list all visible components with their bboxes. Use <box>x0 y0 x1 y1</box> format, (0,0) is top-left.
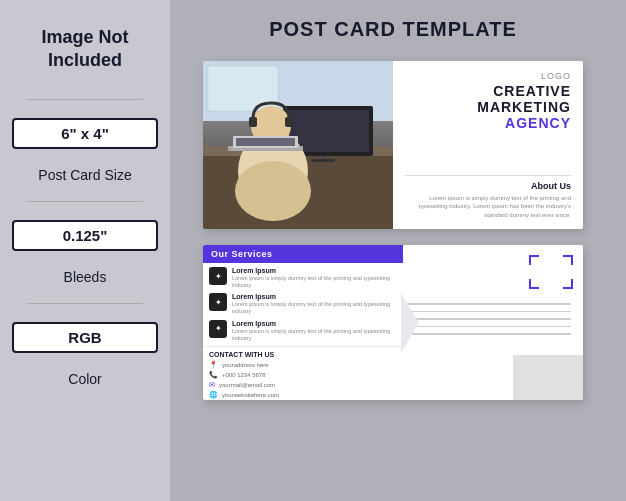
service-title-2: Lorem Ipsum <box>232 293 397 300</box>
arrow-divider <box>401 293 419 353</box>
about-title: About Us <box>405 181 571 191</box>
contact-phone-text: +000 1234 5678 <box>222 372 266 378</box>
color-desc: Color <box>68 371 101 387</box>
contact-section: CONTACT WITH US 📍 youraddress here 📞 +00… <box>203 346 403 400</box>
address-lines <box>407 303 575 335</box>
brand-marketing: MARKETING <box>477 99 571 115</box>
address-line-4 <box>407 326 571 328</box>
postcard-photo <box>203 61 393 229</box>
bleeds-value: 0.125" <box>12 220 158 251</box>
contact-website-text: yourwebsitehere.com <box>222 392 279 398</box>
web-icon: 🌐 <box>209 391 218 399</box>
service-desc-3: Lorem ipsum is simply dummy text of the … <box>232 328 397 342</box>
person-illustration <box>203 61 393 229</box>
divider-3 <box>27 303 144 304</box>
stamp-area <box>529 255 573 289</box>
svg-rect-7 <box>311 159 335 162</box>
corner-br <box>563 279 573 289</box>
list-item: ✦ Lorem Ipsum Lorem ipsum is simply dumm… <box>209 267 397 289</box>
about-text: Lorem ipsum is simply dummy text of the … <box>405 194 571 219</box>
address-line-3 <box>407 318 571 320</box>
postcard-front-right: LOGO CREATIVE MARKETING AGENCY About Us … <box>393 61 583 229</box>
service-desc-1: Lorem ipsum is simply dummy text of the … <box>232 275 397 289</box>
contact-phone: 📞 +000 1234 5678 <box>209 371 397 379</box>
list-item: ✦ Lorem Ipsum Lorem ipsum is simply dumm… <box>209 320 397 342</box>
logo-area: LOGO CREATIVE MARKETING AGENCY <box>405 71 571 131</box>
corner-bl <box>529 279 539 289</box>
logo-label: LOGO <box>541 71 571 81</box>
phone-icon: 📞 <box>209 371 218 379</box>
brand-creative: CREATIVE <box>477 83 571 99</box>
size-value: 6" x 4" <box>12 118 158 149</box>
svg-rect-11 <box>285 117 293 127</box>
services-header: Our Services <box>203 245 403 263</box>
service-icon-3: ✦ <box>209 320 227 338</box>
divider-2 <box>27 201 144 202</box>
contact-website: 🌐 yourwebsitehere.com <box>209 391 397 399</box>
service-text-2: Lorem Ipsum Lorem ipsum is simply dummy … <box>232 293 397 315</box>
contact-email-text: yourmail@email.com <box>219 382 275 388</box>
main-area: POST CARD TEMPLATE <box>170 0 626 501</box>
contact-title: CONTACT WITH US <box>209 351 397 358</box>
service-title-3: Lorem Ipsum <box>232 320 397 327</box>
svg-rect-15 <box>236 138 295 146</box>
brand-name: CREATIVE MARKETING AGENCY <box>477 83 571 131</box>
location-icon: 📍 <box>209 361 218 369</box>
service-title-1: Lorem Ipsum <box>232 267 397 274</box>
color-value: RGB <box>12 322 158 353</box>
corner-tl <box>529 255 539 265</box>
address-line-5 <box>407 333 571 335</box>
divider-1 <box>27 99 144 100</box>
address-line-2 <box>407 311 571 313</box>
service-desc-2: Lorem ipsum is simply dummy text of the … <box>232 301 397 315</box>
service-text-3: Lorem Ipsum Lorem ipsum is simply dummy … <box>232 320 397 342</box>
size-desc: Post Card Size <box>38 167 131 183</box>
svg-point-12 <box>235 161 311 221</box>
photo-inner <box>203 61 393 229</box>
service-icon-2: ✦ <box>209 293 227 311</box>
page-title: POST CARD TEMPLATE <box>269 18 517 41</box>
svg-rect-10 <box>249 117 257 127</box>
email-icon: ✉ <box>209 381 215 389</box>
bleeds-desc: Bleeds <box>64 269 107 285</box>
service-icon-1: ✦ <box>209 267 227 285</box>
contact-address: 📍 youraddress here <box>209 361 397 369</box>
contact-email: ✉ yourmail@email.com <box>209 381 397 389</box>
decorative-block <box>513 355 583 400</box>
service-text-1: Lorem Ipsum Lorem ipsum is simply dummy … <box>232 267 397 289</box>
list-item: ✦ Lorem Ipsum Lorem ipsum is simply dumm… <box>209 293 397 315</box>
services-list: ✦ Lorem Ipsum Lorem ipsum is simply dumm… <box>203 263 403 346</box>
corner-tr <box>563 255 573 265</box>
postcard-back: Our Services ✦ Lorem Ipsum Lorem ipsum i… <box>203 245 583 400</box>
sidebar: Image Not Included 6" x 4" Post Card Siz… <box>0 0 170 501</box>
image-not-included-label: Image Not Included <box>12 18 158 81</box>
address-section <box>403 245 583 400</box>
address-line-1 <box>407 303 571 305</box>
contact-address-text: youraddress here <box>222 362 269 368</box>
postcard-front: LOGO CREATIVE MARKETING AGENCY About Us … <box>203 61 583 229</box>
services-section: Our Services ✦ Lorem Ipsum Lorem ipsum i… <box>203 245 403 400</box>
brand-agency: AGENCY <box>477 115 571 131</box>
about-section: About Us Lorem ipsum is simply dummy tex… <box>405 175 571 219</box>
